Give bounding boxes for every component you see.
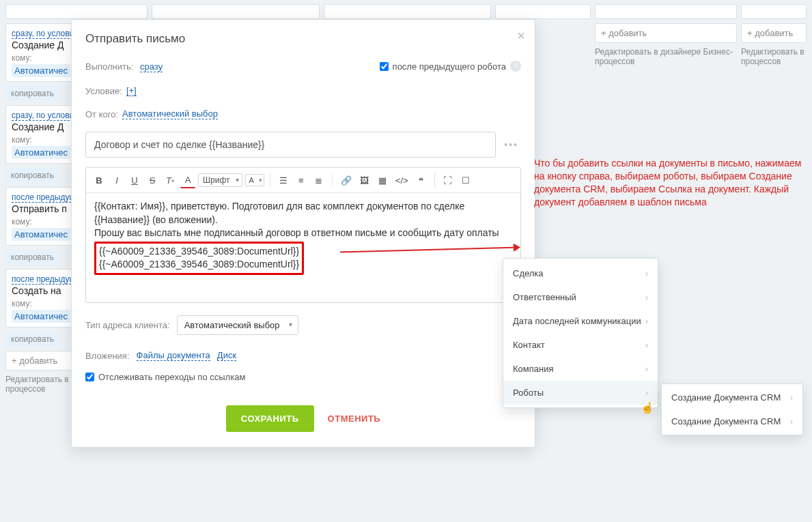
attach-label: Вложения: xyxy=(85,351,130,361)
recipient-value: Автоматичес xyxy=(12,310,70,323)
chevron-right-icon: › xyxy=(790,393,793,403)
attach-files-link[interactable]: Файлы документа xyxy=(137,350,210,361)
chevron-right-icon: › xyxy=(645,293,648,302)
menu-item-deal[interactable]: Сделка› xyxy=(503,261,658,285)
variables-menu: Сделка› Ответственный› Дата последней ко… xyxy=(503,258,658,408)
menu-item-last-comm[interactable]: Дата последней коммуникации› xyxy=(503,309,658,333)
add-button[interactable]: + добавить xyxy=(747,28,793,38)
link-icon[interactable]: 🔗 xyxy=(338,172,354,188)
image-icon[interactable]: 🖼 xyxy=(357,172,372,188)
execute-label: Выполнить: xyxy=(85,61,133,72)
text-color-icon[interactable]: A xyxy=(180,172,195,188)
add-card[interactable]: + добавить xyxy=(741,23,807,43)
trigger-badge: сразу, по условию xyxy=(12,111,80,121)
bold-icon[interactable]: B xyxy=(92,172,107,188)
underline-icon[interactable]: U xyxy=(127,172,142,188)
align-icon[interactable]: ≣ xyxy=(311,172,326,188)
help-icon[interactable]: ? xyxy=(510,61,521,72)
clear-format-icon[interactable]: Tx xyxy=(163,172,178,188)
document-url-variables: {{~A60009_21336_39546_3089:DocumentUrl}}… xyxy=(94,242,304,275)
var-line: {{~A60009_21336_39546_3089:DocumentUrl}} xyxy=(99,258,299,272)
subject-vars-button[interactable]: ••• xyxy=(501,139,521,150)
var-line: {{~A60009_21336_39546_3089:DocumentUrl}} xyxy=(99,245,299,259)
bullet-list-icon[interactable]: ☰ xyxy=(276,172,291,188)
submenu-item-create-doc[interactable]: Создание Документа CRM› xyxy=(662,409,802,433)
chevron-right-icon: › xyxy=(645,364,648,374)
subject-input[interactable] xyxy=(85,132,496,158)
recipient-value: Автоматичес xyxy=(12,228,70,241)
chevron-right-icon: › xyxy=(645,317,648,326)
send-email-modal: × Отправить письмо Выполнить: сразу посл… xyxy=(71,19,535,448)
chevron-right-icon: › xyxy=(645,340,648,350)
menu-item-responsible[interactable]: Ответственный› xyxy=(503,285,658,309)
quote-icon[interactable]: ❝ xyxy=(414,172,429,188)
cancel-button[interactable]: ОТМЕНИТЬ xyxy=(328,414,381,424)
add-card[interactable]: + добавить xyxy=(595,23,737,43)
menu-item-company[interactable]: Компания› xyxy=(503,357,658,381)
copy-button[interactable]: копировать xyxy=(5,86,59,101)
edit-designer-link[interactable]: Редактировать в дизайнере Бизнес-процесс… xyxy=(595,47,737,66)
add-button[interactable]: + добавить xyxy=(12,356,57,366)
addr-type-select[interactable]: Автоматический выбор xyxy=(177,315,298,335)
modal-title: Отправить письмо xyxy=(85,32,521,46)
chevron-right-icon: › xyxy=(645,269,648,278)
annotation-text: Что бы добавить ссылки на документы в пи… xyxy=(534,157,810,209)
editor-toolbar: B I U S Tx A Шрифт A ☰ ≡ ≣ 🔗 🖼 ▦ </> ❝ ⛶… xyxy=(86,168,520,193)
copy-button[interactable]: копировать xyxy=(5,332,59,347)
column-header[interactable] xyxy=(5,4,148,19)
column-header[interactable] xyxy=(152,4,320,19)
submenu-item-create-doc[interactable]: Создание Документа CRM› xyxy=(662,386,802,409)
font-size-dropdown[interactable]: A xyxy=(245,174,264,186)
condition-value[interactable]: [+] xyxy=(126,85,137,96)
body-text-line: Прошу вас выслать мне подписанный догово… xyxy=(94,227,512,240)
from-value[interactable]: Автоматический выбор xyxy=(122,108,218,119)
table-icon[interactable]: ▦ xyxy=(375,172,390,188)
track-links-checkbox[interactable] xyxy=(85,373,94,381)
font-family-dropdown[interactable]: Шрифт xyxy=(198,173,242,187)
after-prev-checkbox[interactable] xyxy=(380,62,389,71)
after-prev-label: после предыдущего робота xyxy=(393,61,506,72)
chevron-right-icon: › xyxy=(645,388,648,398)
column-header[interactable] xyxy=(495,4,591,19)
close-icon[interactable]: × xyxy=(517,28,525,44)
edit-designer-link[interactable]: Редактировать впроцессов xyxy=(741,47,807,66)
editor-container: B I U S Tx A Шрифт A ☰ ≡ ≣ 🔗 🖼 ▦ </> ❝ ⛶… xyxy=(85,167,521,303)
add-button[interactable]: + добавить xyxy=(601,28,647,38)
trigger-badge: сразу, по условию xyxy=(12,29,80,39)
robots-submenu: Создание Документа CRM› Создание Докумен… xyxy=(661,383,803,435)
menu-item-robots[interactable]: Роботы› xyxy=(503,381,658,405)
menu-item-contact[interactable]: Контакт› xyxy=(503,333,658,357)
template-icon[interactable]: ☐ xyxy=(458,172,473,188)
track-links-label: Отслеживать переходы по ссылкам xyxy=(98,372,245,382)
copy-button[interactable]: копировать xyxy=(5,168,59,183)
chevron-right-icon: › xyxy=(790,417,793,426)
strike-icon[interactable]: S xyxy=(145,172,160,188)
column-header[interactable] xyxy=(595,4,737,19)
body-text-line: {{Контакт: Имя}}, приветствую. Подготови… xyxy=(94,200,512,227)
copy-button[interactable]: копировать xyxy=(5,250,59,265)
execute-value[interactable]: сразу xyxy=(140,61,163,72)
save-button[interactable]: СОХРАНИТЬ xyxy=(226,405,314,432)
condition-label: Условие: xyxy=(85,86,122,96)
from-label: От кого: xyxy=(85,109,118,119)
fullscreen-icon[interactable]: ⛶ xyxy=(440,172,456,188)
recipient-value: Автоматичес xyxy=(12,146,70,159)
italic-icon[interactable]: I xyxy=(109,172,124,188)
column-header[interactable] xyxy=(741,4,807,19)
column-header[interactable] xyxy=(324,4,492,19)
code-icon[interactable]: </> xyxy=(393,172,411,188)
number-list-icon[interactable]: ≡ xyxy=(294,172,309,188)
recipient-value: Автоматичес xyxy=(12,64,70,77)
attach-disk-link[interactable]: Диск xyxy=(217,350,236,361)
addr-type-label: Тип адреса клиента: xyxy=(85,320,170,330)
